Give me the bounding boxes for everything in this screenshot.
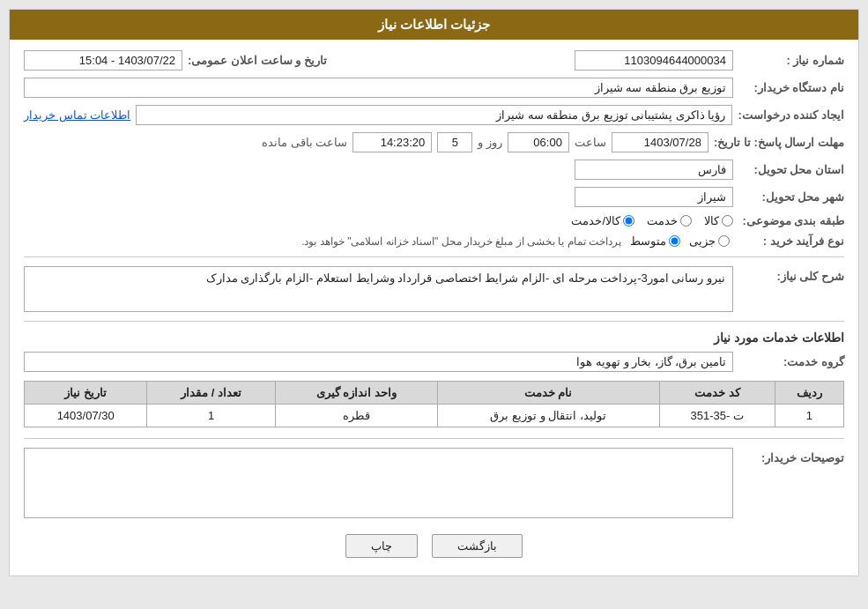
button-row: بازگشت چاپ (24, 534, 844, 558)
grohe-khedmat-label: گروه خدمت: (738, 355, 844, 368)
tabaqe-kala-option[interactable]: کالا (704, 214, 733, 227)
col-tedad: تعداد / مقدار (147, 382, 276, 405)
tamase-kharidad-link[interactable]: اطلاعات تماس خریدار (24, 108, 130, 122)
mohlat-label: مهلت ارسال پاسخ: تا تاریخ: (714, 136, 844, 149)
cell-nam: تولید، انتقال و توزیع برق (437, 405, 659, 427)
tarikh-value: 1403/07/22 - 15:04 (24, 50, 182, 71)
col-kod: کد خدمت (659, 382, 775, 405)
tabaqe-khedmat-option[interactable]: خدمت (647, 214, 692, 227)
shomara-niaz-label: شماره نیاز : (738, 54, 844, 67)
navoe-jozi-option[interactable]: جزیی (689, 234, 730, 248)
tabaqe-label: طبقه بندی موضوعی: (738, 214, 844, 227)
navoe-note: پرداخت تمام یا بخشی از مبلغ خریدار محل "… (301, 235, 621, 248)
roz-label-static: روز و (478, 136, 502, 149)
cell-tarikh: 1403/07/30 (25, 405, 147, 427)
mohlat-date: 1403/07/28 (612, 132, 708, 152)
ostan-value: فارس (575, 160, 733, 180)
cell-kod: ت -35-351 (659, 405, 775, 427)
cell-vahed: قطره (275, 405, 437, 427)
table-row: 1 ت -35-351 تولید، انتقال و توزیع برق قط… (25, 405, 844, 427)
col-tarikh: تاریخ نیاز (25, 382, 147, 405)
shahr-value: شیراز (575, 187, 733, 207)
navoe-label: نوع فرآیند خرید : (738, 234, 844, 248)
ostan-label: استان محل تحویل: (738, 163, 844, 176)
col-nam: نام خدمت (437, 382, 659, 405)
nam-dastgah-value: توزیع برق منطقه سه شیراز (24, 78, 733, 98)
tosif-kharidad-label: توصیحات خریدار: (738, 448, 844, 464)
khadamat-section-title: اطلاعات خدمات مورد نیاز (24, 330, 844, 345)
mohlat-saat: 14:23:20 (352, 132, 432, 152)
sharh-niaz-value: نیرو رسانی امور3-پرداخت مرحله ای -الزام … (24, 266, 733, 312)
mohlat-time: 06:00 (508, 132, 569, 152)
print-button[interactable]: چاپ (345, 534, 418, 558)
saat-mande-label: ساعت باقی مانده (262, 136, 347, 149)
ijad-konande-label: ایجاد کننده درخواست: (738, 108, 844, 122)
navoe-motoset-option[interactable]: متوسط (630, 234, 680, 248)
mohlat-roz: 5 (437, 132, 472, 152)
panel-title: جزئیات اطلاعات نیاز (10, 10, 858, 40)
cell-radif: 1 (775, 405, 843, 427)
sharh-niaz-label: شرح کلی نیاز: (738, 266, 844, 283)
services-table: ردیف کد خدمت نام خدمت واحد اندازه گیری ت… (24, 381, 844, 427)
tabaqe-kala-khedmat-option[interactable]: کالا/خدمت (571, 214, 634, 227)
shahr-label: شهر محل تحویل: (738, 190, 844, 204)
nam-dastgah-label: نام دستگاه خریدار: (738, 81, 844, 94)
grohe-khedmat-value: تامین برق، گاز، بخار و تهویه هوا (24, 352, 733, 372)
services-table-section: ردیف کد خدمت نام خدمت واحد اندازه گیری ت… (24, 381, 844, 427)
shomara-niaz-value: 1103094644000034 (575, 50, 733, 71)
saat-label-static: ساعت (575, 136, 606, 149)
col-radif: ردیف (775, 382, 843, 405)
cell-tedad: 1 (147, 405, 276, 427)
tabaqe-radio-group: کالا خدمت کالا/خدمت (571, 214, 733, 227)
ijad-konande-value: رؤیا ذاکری پشتیبانی توزیع برق منطقه سه ش… (136, 105, 732, 125)
tosif-kharidad-textarea[interactable] (24, 448, 733, 518)
back-button[interactable]: بازگشت (432, 534, 523, 558)
tarikh-label: تاریخ و ساعت اعلان عمومی: (188, 54, 327, 67)
col-vahed: واحد اندازه گیری (275, 382, 437, 405)
